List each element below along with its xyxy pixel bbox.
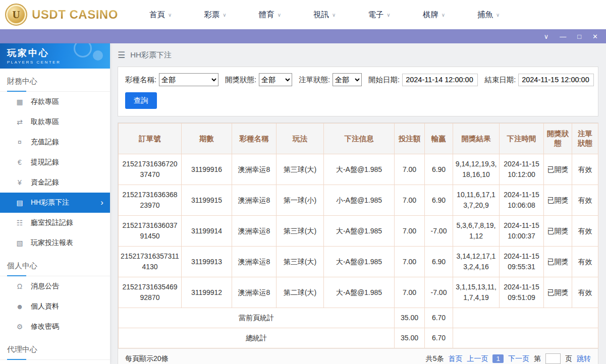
bet-time-cell: 2024-11-15 10:00:37 (500, 216, 544, 247)
order-no-header: 訂單號 (119, 124, 182, 154)
sidebar-item-withdraw-record[interactable]: €提現記錄 (0, 152, 110, 172)
play-type-cell: 第二球(大) (277, 277, 324, 308)
sidebar-item-change-password[interactable]: ⚙修改密碼 (0, 317, 110, 337)
next-page-link[interactable]: 下一页 (508, 354, 529, 363)
logo[interactable]: U USDT CASINO (0, 4, 125, 26)
draw-status-filter-select[interactable]: 全部 (259, 73, 292, 86)
chevron-down-icon: ∨ (332, 12, 336, 18)
nav-item-home[interactable]: 首頁∨ (149, 10, 172, 20)
order-no-cell: 2152173163603791450 (119, 216, 182, 247)
chevron-down-icon: ∨ (442, 12, 445, 18)
jump-link[interactable]: 跳转 (577, 354, 591, 363)
sidebar-item-recharge-record[interactable]: ¤充值記錄 (0, 132, 110, 152)
summary-empty (453, 308, 598, 328)
search-button[interactable]: 查詢 (125, 92, 157, 109)
sidebar-item-label: 玩家投注報表 (31, 238, 73, 248)
window-maximize-button[interactable]: □ (577, 33, 581, 40)
order-status-filter-label: 注單狀態: (299, 75, 330, 85)
main-content: ☰ HH彩票下注 彩種名稱: 全部 開獎狀態: 全部 (110, 43, 606, 364)
bet-time-cell: 2024-11-15 09:55:31 (500, 247, 544, 277)
sidebar-item-label: 廳室投註記錄 (31, 218, 73, 227)
draw-result-cell: 3,14,12,17,13,2,4,16 (453, 247, 500, 277)
sidebar-item-player-report[interactable]: ▧玩家投注報表 (0, 233, 110, 253)
nav-item-board-games[interactable]: 棋牌∨ (423, 10, 445, 20)
chevron-down-icon: ∨ (223, 12, 226, 18)
bet-amount-cell: 7.00 (395, 216, 425, 247)
list-icon: ☷ (15, 219, 24, 227)
current-page[interactable]: 1 (492, 354, 504, 363)
sidebar-section-title: 財務中心 (0, 69, 110, 92)
bet-info-cell: 大-A盤@1.985 (324, 277, 395, 308)
win-loss-cell: 6.90 (425, 154, 453, 185)
bet-amount-cell: 7.00 (395, 154, 425, 185)
sidebar-item-withdraw[interactable]: ⇄取款專區 (0, 112, 110, 132)
prev-page-link[interactable]: 上一页 (467, 354, 488, 363)
nav-item-video[interactable]: 視訊∨ (313, 10, 336, 20)
period-cell: 31199914 (182, 216, 232, 247)
cash-icon: € (15, 158, 24, 166)
sidebar-item-lottery-bets[interactable]: ▤HH彩票下注› (0, 193, 110, 213)
window-minimize-button[interactable]: — (560, 33, 566, 40)
nav-item-label: 電子 (368, 10, 383, 20)
transfer-icon: ⇄ (15, 118, 24, 126)
nav-item-sports[interactable]: 體育∨ (259, 10, 281, 20)
page-title-row: ☰ HH彩票下注 (118, 43, 598, 67)
menu-toggle-icon[interactable]: ☰ (118, 50, 125, 60)
chevron-down-icon: ∨ (387, 12, 390, 18)
bet-time-cell: 2024-11-15 09:51:09 (500, 277, 544, 308)
draw-status-cell: 已開獎 (544, 185, 572, 216)
window-chevron-icon[interactable]: ∨ (544, 33, 549, 40)
order-no-cell: 2152173163546992870 (119, 277, 182, 308)
lottery-name-cell: 澳洲幸运8 (232, 216, 277, 247)
page-title: HH彩票下注 (130, 50, 172, 60)
nav-item-label: 體育 (259, 10, 274, 20)
draw-status-cell: 已開獎 (544, 154, 572, 185)
summary-label: 當前頁統計 (119, 308, 395, 328)
nav-item-label: 彩票 (204, 10, 219, 20)
nav-item-lottery[interactable]: 彩票∨ (204, 10, 226, 20)
sidebar-item-profile[interactable]: ☻個人資料 (0, 296, 110, 317)
bet-info-header: 下注信息 (324, 124, 395, 154)
lottery-name-cell: 澳洲幸运8 (232, 185, 277, 216)
sidebar-item-label: 個人資料 (31, 302, 59, 311)
end-date-input[interactable] (518, 74, 594, 86)
nav-item-fishing[interactable]: 捕魚∨ (477, 10, 500, 20)
draw-status-cell: 已開獎 (544, 247, 572, 277)
nav-item-label: 首頁 (149, 10, 165, 20)
order-status-cell: 有效 (572, 216, 598, 247)
sidebar-item-deposit[interactable]: ▦存款專區 (0, 92, 110, 112)
order-status-filter-select[interactable]: 全部 (333, 73, 362, 86)
lottery-name-cell: 澳洲幸运8 (232, 277, 277, 308)
nav-item-label: 棋牌 (423, 10, 438, 20)
lottery-name-header: 彩種名稱 (232, 124, 277, 154)
sidebar-menu: 財務中心▦存款專區⇄取款專區¤充值記錄€提現記錄¥資金記錄▤HH彩票下注›☷廳室… (0, 69, 110, 360)
lottery-filter-select[interactable]: 全部 (159, 73, 218, 86)
first-page-link[interactable]: 首页 (448, 354, 462, 363)
bet-info-cell: 大-A盤@1.985 (324, 216, 395, 247)
sidebar-item-funds-record[interactable]: ¥資金記錄 (0, 172, 110, 193)
order-no-cell: 2152173163636823970 (119, 185, 182, 216)
page-jump-input[interactable] (545, 353, 561, 364)
window-close-button[interactable]: ✕ (592, 33, 598, 40)
start-date-input[interactable] (402, 74, 478, 86)
table-row: 215217316363682397031199915澳洲幸运8第一球(小)小-… (119, 185, 598, 216)
nav-item-electronic[interactable]: 電子∨ (368, 10, 390, 20)
period-cell: 31199915 (182, 185, 232, 216)
period-header: 期數 (182, 124, 232, 154)
summary-bet-amount: 35.00 (395, 328, 425, 348)
draw-status-cell: 已開獎 (544, 216, 572, 247)
sidebar-item-hall-bet-record[interactable]: ☷廳室投註記錄 (0, 213, 110, 233)
chevron-down-icon: ∨ (496, 12, 500, 18)
table-panel: 訂單號期數彩種名稱玩法下注信息投注額輸贏開獎結果下注時間開獎狀態注單狀態 215… (118, 123, 598, 364)
table-row: 215217316367203747031199916澳洲幸运8第三球(大)大-… (119, 154, 598, 185)
summary-win-loss: 6.70 (425, 328, 453, 348)
order-status-cell: 有效 (572, 185, 598, 216)
app-window: U USDT CASINO 首頁∨彩票∨體育∨視訊∨電子∨棋牌∨捕魚∨ ∨ — … (0, 0, 606, 364)
summary-row: 總統計35.006.70 (119, 328, 598, 348)
sidebar-item-announcements[interactable]: Ω消息公告 (0, 276, 110, 296)
bet-time-header: 下注時間 (500, 124, 544, 154)
sidebar-item-label: 存款專區 (31, 97, 59, 106)
sidebar-item-label: 資金記錄 (31, 178, 59, 187)
summary-row: 當前頁統計35.006.70 (119, 308, 598, 328)
bet-info-cell: 大-A盤@1.985 (324, 247, 395, 277)
